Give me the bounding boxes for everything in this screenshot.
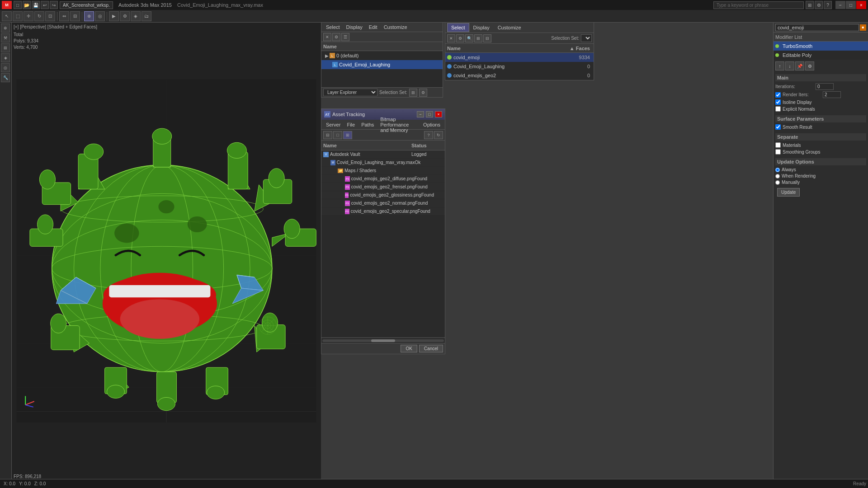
save-icon[interactable]: 💾 xyxy=(32,1,40,9)
tab-display[interactable]: Display xyxy=(469,23,494,32)
scene-status-icon2[interactable]: ⚙ xyxy=(419,89,427,97)
modify-btn[interactable]: ⚒ xyxy=(1,33,10,42)
display-btn[interactable]: ◎ xyxy=(1,63,10,72)
restore-asset-btn[interactable]: □ xyxy=(426,111,433,117)
isoline-checkbox[interactable] xyxy=(775,99,781,105)
obj-row-covid-geo[interactable]: covid_emojis_geo2 0 xyxy=(445,71,594,80)
asset-help-btn[interactable]: ? xyxy=(424,131,433,139)
search-bar[interactable]: Type a keyword or phrase xyxy=(713,1,804,9)
help-icon[interactable]: ? xyxy=(824,1,832,9)
tab-customize[interactable]: Customize xyxy=(494,23,525,32)
select-expand-btn[interactable]: ⊟ xyxy=(483,34,491,42)
when-rendering-radio[interactable] xyxy=(775,174,780,178)
scene-tool2[interactable]: ⚙ xyxy=(332,33,340,41)
render-iters-input[interactable] xyxy=(823,91,841,98)
file-tab[interactable]: AK_Screenshot_wrksp. xyxy=(60,1,113,9)
angle-snap-btn[interactable]: ◎ xyxy=(95,11,105,21)
align-btn[interactable]: ⊟ xyxy=(70,11,80,21)
manually-radio[interactable] xyxy=(775,180,780,185)
tab-select[interactable]: Select xyxy=(447,23,469,32)
select-btn[interactable]: ↖ xyxy=(2,11,12,21)
options-menu[interactable]: Options xyxy=(420,121,443,128)
materials-checkbox[interactable] xyxy=(775,142,781,148)
layer-dropdown[interactable]: Layer Explorer xyxy=(323,89,377,96)
material-editor-btn[interactable]: ◈ xyxy=(131,11,141,21)
selection-set-dropdown[interactable] xyxy=(581,34,592,42)
asset-scrollbar[interactable] xyxy=(321,338,445,343)
render-iters-checkbox[interactable] xyxy=(775,92,781,98)
asset-row-diffuse[interactable]: PS covid_emojis_geo2_diffuse.png Found xyxy=(321,175,445,183)
object-name-input[interactable] xyxy=(775,24,859,31)
workspace-icon[interactable]: ⊞ xyxy=(806,1,814,9)
paths-menu[interactable]: Paths xyxy=(359,121,377,128)
bitmap-perf-menu[interactable]: Bitmap Performance and Memory xyxy=(377,116,420,134)
rotate-btn[interactable]: ↻ xyxy=(34,11,44,21)
select-menu[interactable]: Select xyxy=(323,23,343,31)
scene-status-icon1[interactable]: ⊞ xyxy=(409,89,417,97)
asset-row-max[interactable]: M Covid_Emoji_Laughing_max_vray.max Ok xyxy=(321,159,445,167)
asset-row-folder[interactable]: 📁 Maps / Shaders xyxy=(321,167,445,175)
obj-row-covid-laughing[interactable]: Covid_Emoji_Laughing 0 xyxy=(445,62,594,71)
turbosmoothmod-item[interactable]: TurboSmooth xyxy=(774,42,868,51)
open-icon[interactable]: 📂 xyxy=(23,1,31,9)
asset-tool3[interactable]: ⊞ xyxy=(343,131,352,139)
asset-refresh-btn[interactable]: ↻ xyxy=(434,131,443,139)
viewport[interactable]: [+] [Perspective] [Shaded + Edged Faces]… xyxy=(12,23,321,488)
select-sort-btn[interactable]: ⊞ xyxy=(474,34,482,42)
smoothing-groups-checkbox[interactable] xyxy=(775,149,781,155)
obj-row-covid-emoji[interactable]: covid_emoji 9334 xyxy=(445,53,594,62)
select-search-btn[interactable]: 🔍 xyxy=(465,34,473,42)
new-icon[interactable]: □ xyxy=(14,1,22,9)
update-btn[interactable]: Update xyxy=(777,188,800,197)
customize-menu[interactable]: Customize xyxy=(381,23,410,31)
cancel-btn[interactable]: Cancel xyxy=(419,345,443,352)
asset-row-glossiness[interactable]: PS covid_emojis_geo2_glossiness.png Foun… xyxy=(321,191,445,199)
obj-color-swatch[interactable]: ■ xyxy=(860,24,866,31)
asset-tool1[interactable]: ⊟ xyxy=(323,131,332,139)
edit-menu[interactable]: Edit xyxy=(366,23,380,31)
mirror-btn[interactable]: ⇔ xyxy=(59,11,69,21)
layer-0[interactable]: ▶ L 0 (default) xyxy=(321,51,443,60)
scene-tool1[interactable]: ✕ xyxy=(323,33,331,41)
move-btn[interactable]: ✛ xyxy=(24,11,33,21)
server-menu[interactable]: Server xyxy=(323,121,343,128)
close-btn[interactable]: × xyxy=(856,1,866,9)
scene-tool3[interactable]: ☰ xyxy=(341,33,349,41)
scene-explorer-btn[interactable]: 🗂 xyxy=(142,11,151,21)
asset-row-vault[interactable]: V Autodesk Vault Logged xyxy=(321,150,445,159)
select-filter-btn[interactable]: ⚙ xyxy=(456,34,464,42)
smooth-result-checkbox[interactable] xyxy=(775,124,781,130)
asset-row-specular[interactable]: PS covid_emojis_geo2_specular.png Found xyxy=(321,207,445,216)
asset-row-normal[interactable]: PS covid_emojis_geo2_normal.png Found xyxy=(321,199,445,207)
iterations-input[interactable] xyxy=(816,83,834,90)
undo-icon[interactable]: ↩ xyxy=(41,1,49,9)
utilities-btn[interactable]: 🔧 xyxy=(1,73,10,82)
motion-btn[interactable]: ◈ xyxy=(1,53,10,62)
render-setup-btn[interactable]: ⚙ xyxy=(120,11,130,21)
move-down-btn[interactable]: ↓ xyxy=(785,61,794,70)
scroll-track[interactable] xyxy=(322,339,444,342)
layer-covid[interactable]: L Covid_Emoji_Laughing xyxy=(321,60,443,69)
redo-icon[interactable]: ↪ xyxy=(50,1,58,9)
editablepoly-item[interactable]: Editable Poly xyxy=(774,51,868,60)
minimize-btn[interactable]: − xyxy=(835,1,845,9)
always-radio[interactable] xyxy=(775,168,780,172)
scroll-thumb[interactable] xyxy=(371,339,396,342)
select-all-btn[interactable]: ✕ xyxy=(447,34,455,42)
create-btn[interactable]: ⊕ xyxy=(1,23,10,33)
settings-icon[interactable]: ⚙ xyxy=(815,1,823,9)
snap-btn[interactable]: ⊕ xyxy=(84,11,94,21)
asset-row-frensel[interactable]: PS covid_emojis_geo2_frensel.png Found xyxy=(321,183,445,191)
pin-stack-btn[interactable]: 📌 xyxy=(795,61,804,70)
maximize-btn[interactable]: □ xyxy=(846,1,856,9)
config-sets-btn[interactable]: ⚙ xyxy=(805,61,814,70)
file-menu[interactable]: File xyxy=(344,121,358,128)
move-up-btn[interactable]: ↑ xyxy=(775,61,784,70)
display-menu[interactable]: Display xyxy=(344,23,365,31)
select-region-btn[interactable]: ⬚ xyxy=(13,11,23,21)
scale-btn[interactable]: ⊡ xyxy=(45,11,55,21)
ok-btn[interactable]: OK xyxy=(401,345,417,352)
hierarchy-btn[interactable]: ⊞ xyxy=(1,43,10,52)
close-asset-btn[interactable]: × xyxy=(435,111,442,117)
asset-tool2[interactable]: □ xyxy=(333,131,342,139)
